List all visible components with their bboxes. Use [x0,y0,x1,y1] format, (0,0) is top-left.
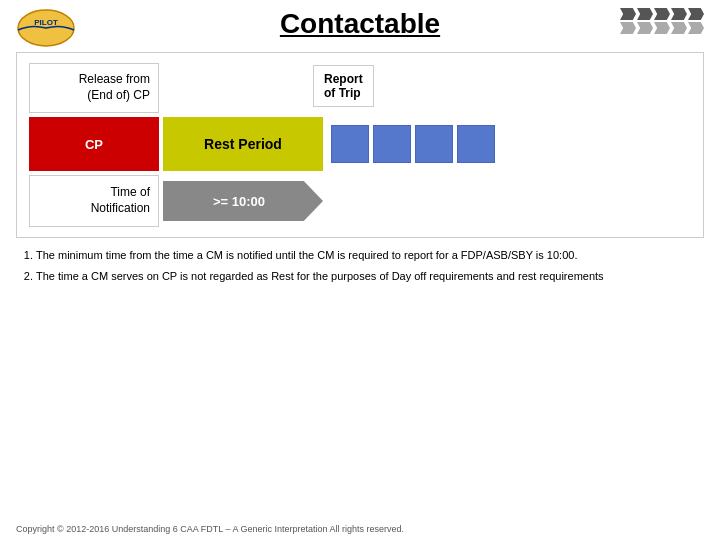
row3-content: >= 10:00 [163,175,691,227]
arrow-icon [654,22,670,34]
arrows-cluster [620,8,704,34]
note-item-1: The minimum time from the time a CM is n… [36,248,704,263]
svg-text:PILOT: PILOT [34,18,58,27]
header: PILOT Contactable [0,0,720,48]
copyright-text: Copyright © 2012-2016 Understanding 6 CA… [16,524,404,534]
blue-boxes-container [323,117,503,171]
notification-arrow: >= 10:00 [163,181,323,221]
report-of-trip-box: Report of Trip [313,65,374,107]
blue-box-1 [331,125,369,163]
time-of-notification-label: Time of Notification [29,175,159,227]
diagram-area: Release from (End of) CP Report of Trip … [16,52,704,238]
notes-section: The minimum time from the time a CM is n… [16,248,704,285]
arrow-icon [671,22,687,34]
row1-content: Report of Trip [163,63,691,113]
page-title: Contactable [280,8,440,40]
arrows-row-bottom [620,22,704,34]
row2-content: Rest Period [163,117,691,171]
timeline-grid: Release from (End of) CP Report of Trip … [29,63,691,227]
arrow-icon [620,8,636,20]
blue-box-3 [415,125,453,163]
cp-label: CP [29,117,159,171]
note-item-2: The time a CM serves on CP is not regard… [36,269,704,284]
arrow-icon [637,8,653,20]
arrows-row-top [620,8,704,20]
arrow-icon [688,8,704,20]
arrow-icon [688,22,704,34]
logo: PILOT [16,8,76,48]
footer: Copyright © 2012-2016 Understanding 6 CA… [16,524,404,534]
arrow-icon [620,22,636,34]
arrow-icon [637,22,653,34]
blue-box-4 [457,125,495,163]
arrow-icon [671,8,687,20]
notes-list: The minimum time from the time a CM is n… [16,248,704,285]
arrow-icon [654,8,670,20]
release-from-cp-label: Release from (End of) CP [29,63,159,113]
blue-box-2 [373,125,411,163]
rest-period-box: Rest Period [163,117,323,171]
